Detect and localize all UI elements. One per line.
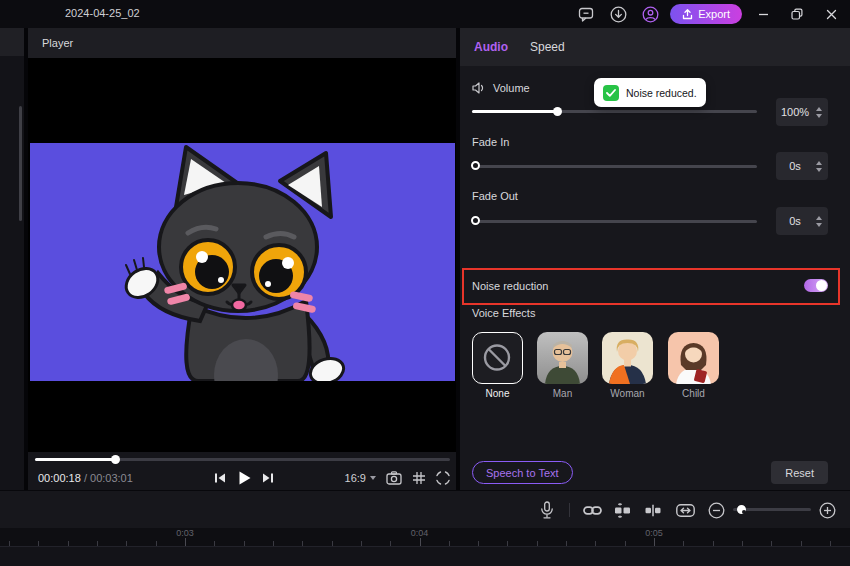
timeline-toolbar <box>0 490 850 528</box>
speech-to-text-button[interactable]: Speech to Text <box>472 461 573 484</box>
snapshot-button[interactable] <box>386 471 402 485</box>
volume-value-box[interactable]: 100% <box>776 98 828 126</box>
feedback-button[interactable] <box>574 3 598 25</box>
fade-in-slider[interactable] <box>472 165 757 168</box>
grid-icon <box>412 471 426 485</box>
fade-out-label: Fade Out <box>472 190 518 202</box>
next-frame-button[interactable] <box>257 467 279 489</box>
grid-button[interactable] <box>412 471 426 485</box>
titlebar: 2024-04-25_02 Export <box>0 0 850 28</box>
speaker-icon <box>472 82 486 94</box>
voice-effect-man[interactable] <box>537 332 588 384</box>
aspect-ratio-dropdown[interactable]: 16:9 <box>345 472 376 484</box>
link-clips-button[interactable] <box>581 499 603 521</box>
zoom-in-button[interactable] <box>816 499 838 521</box>
play-button[interactable] <box>233 467 255 489</box>
seekbar-handle[interactable] <box>111 455 120 464</box>
app-window: 2024-04-25_02 Export <box>0 0 850 566</box>
timeline-ruler[interactable]: 0:030:040:05 <box>0 528 850 546</box>
close-button[interactable] <box>818 3 844 25</box>
timeline-zoom-slider[interactable] <box>733 508 811 511</box>
fade-in-label: Fade In <box>472 136 509 148</box>
toggle-knob <box>816 280 827 291</box>
volume-value: 100% <box>776 106 814 118</box>
minimize-button[interactable] <box>750 3 776 25</box>
fit-timeline-icon <box>676 504 695 517</box>
export-button[interactable]: Export <box>670 4 742 24</box>
ruler-time-label: 0:05 <box>645 528 663 538</box>
ruler-time-label: 0:03 <box>176 528 194 538</box>
fade-in-slider-handle[interactable] <box>471 161 480 170</box>
stepper-down-icon <box>816 168 822 172</box>
noise-reduction-toggle[interactable] <box>804 279 828 292</box>
auto-ripple-button[interactable] <box>611 499 633 521</box>
download-icon <box>610 6 627 23</box>
time-separator: / <box>84 472 87 484</box>
ruler-time-label: 0:04 <box>411 528 429 538</box>
volume-stepper[interactable] <box>814 107 828 118</box>
noise-reduction-label: Noise reduction <box>472 280 548 292</box>
account-button[interactable] <box>638 3 662 25</box>
time-display: 00:00:18 / 00:03:01 <box>38 472 133 484</box>
download-button[interactable] <box>606 3 630 25</box>
noise-reduced-toast: Noise reduced. <box>594 78 706 107</box>
zoom-out-icon <box>708 502 725 519</box>
toast-message: Noise reduced. <box>626 87 697 99</box>
fade-out-value: 0s <box>776 215 814 227</box>
aspect-ratio-value: 16:9 <box>345 472 366 484</box>
stepper-up-icon <box>816 216 822 220</box>
timeline-track-area[interactable] <box>0 546 850 566</box>
zoom-out-button[interactable] <box>705 499 727 521</box>
voice-effect-woman[interactable] <box>602 332 653 384</box>
split-button[interactable] <box>642 499 664 521</box>
account-icon <box>642 6 659 23</box>
video-stage <box>28 58 456 452</box>
prev-frame-button[interactable] <box>209 467 231 489</box>
voice-effect-none[interactable] <box>472 332 523 384</box>
voice-effect-none-label: None <box>472 388 523 399</box>
voice-effect-child[interactable] <box>668 332 719 384</box>
timeline-zoom-handle[interactable] <box>737 505 746 514</box>
player-seekbar[interactable] <box>35 458 450 461</box>
fade-out-slider[interactable] <box>472 220 757 223</box>
left-panel-edge <box>0 28 24 490</box>
fullscreen-icon <box>436 471 450 485</box>
zoom-in-icon <box>819 502 836 519</box>
close-icon <box>826 9 837 20</box>
stepper-up-icon <box>816 161 822 165</box>
reset-button[interactable]: Reset <box>771 461 828 484</box>
video-preview[interactable] <box>30 143 455 381</box>
volume-slider[interactable] <box>472 110 757 113</box>
restore-button[interactable] <box>784 3 810 25</box>
fade-out-value-box[interactable]: 0s <box>776 207 828 235</box>
stepper-down-icon <box>816 223 822 227</box>
left-scrollbar[interactable] <box>19 106 22 221</box>
volume-slider-handle[interactable] <box>553 107 562 116</box>
split-icon <box>645 504 661 517</box>
voice-effect-woman-label: Woman <box>602 388 653 399</box>
player-panel: Player <box>28 28 456 490</box>
player-header: Player <box>28 28 456 58</box>
seekbar-progress <box>35 458 115 461</box>
volume-label: Volume <box>493 82 530 94</box>
tab-speed[interactable]: Speed <box>530 40 565 54</box>
export-icon <box>682 9 693 20</box>
tab-audio[interactable]: Audio <box>474 40 508 54</box>
record-voiceover-button[interactable] <box>536 499 558 521</box>
audio-settings-panel: Audio Speed Volume 100% Noise reduced. F… <box>460 28 850 490</box>
export-label: Export <box>698 8 730 20</box>
snapshot-icon <box>386 471 402 485</box>
volume-slider-fill <box>472 110 558 113</box>
microphone-icon <box>540 501 554 519</box>
fade-in-stepper[interactable] <box>814 161 828 172</box>
aspect-caret-icon <box>370 476 376 480</box>
man-photo <box>537 332 588 384</box>
fade-out-slider-handle[interactable] <box>471 216 480 225</box>
fade-out-stepper[interactable] <box>814 216 828 227</box>
left-panel-edge-header <box>0 28 24 56</box>
none-prohibition-icon <box>473 333 521 382</box>
fade-in-value-box[interactable]: 0s <box>776 152 828 180</box>
fit-timeline-button[interactable] <box>674 499 696 521</box>
fullscreen-button[interactable] <box>436 471 450 485</box>
stepper-up-icon <box>816 107 822 111</box>
